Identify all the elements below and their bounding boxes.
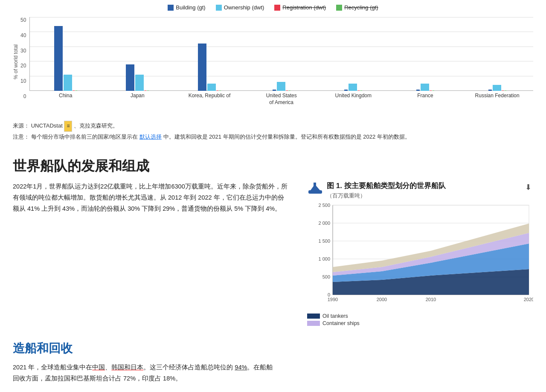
svg-text:2020: 2020 bbox=[524, 297, 533, 302]
svg-text:1 000: 1 000 bbox=[318, 256, 330, 261]
legend-oil-label: Oil tankers bbox=[322, 313, 348, 319]
legend-container-ships: Container ships bbox=[307, 320, 533, 326]
bar-group-korea bbox=[174, 17, 246, 91]
section1-body: 2022年1月，世界船队运力达到22亿载重吨，比上年增加6300万载重吨。近年来… bbox=[13, 181, 290, 214]
svg-text:2 000: 2 000 bbox=[318, 221, 330, 226]
legend-registration-label: Registration (dwt) bbox=[282, 4, 326, 11]
legend-container-box bbox=[307, 321, 320, 326]
bar-chart-section: Building (gt) Ownership (dwt) Registrati… bbox=[13, 0, 533, 117]
x-label-china: China bbox=[29, 91, 102, 109]
svg-text:2 500: 2 500 bbox=[318, 203, 330, 208]
line-chart-svg: 2 500 2 000 1 500 1 000 500 0 1990 2000 … bbox=[307, 203, 533, 310]
bar-korea-building bbox=[198, 44, 206, 91]
legend-oil-tankers: Oil tankers bbox=[307, 313, 533, 319]
svg-text:500: 500 bbox=[322, 274, 330, 279]
chart-legend: Oil tankers Container ships bbox=[307, 313, 533, 326]
x-label-uk: United Kingdom bbox=[317, 91, 389, 109]
x-label-korea: Korea, Republic of bbox=[174, 91, 246, 109]
bar-china-ownership bbox=[64, 75, 72, 91]
line-chart-section: 图 1. 按主要船舶类型划分的世界船队 （百万载重吨） ⬇ bbox=[307, 181, 533, 328]
bar-chart-area: China Japan Korea, Republic of United St… bbox=[29, 15, 533, 109]
note-suffix: 中。建筑和回收是 2021 年期间的估计交付量和拆除量。登记和所有权数据指的是 … bbox=[163, 134, 410, 140]
note-prefix: 注意： bbox=[13, 134, 29, 140]
chart-subtitle: （百万载重吨） bbox=[327, 192, 446, 200]
note-line: 注意： 每个细分市场中排名前三的国家/地区显示在 默认选择 中。建筑和回收是 2… bbox=[13, 132, 533, 142]
note-text: 每个细分市场中排名前三的国家/地区显示在 bbox=[31, 134, 138, 140]
x-labels-row: China Japan Korea, Republic of United St… bbox=[29, 91, 533, 109]
legend-container-label: Container ships bbox=[322, 320, 360, 326]
legend-oil-box bbox=[307, 314, 320, 319]
y-label-30: 30 bbox=[20, 48, 26, 54]
bars-container bbox=[29, 17, 533, 91]
source-suffix: 、克拉克森研究。 bbox=[74, 122, 118, 129]
chart-title-container: 图 1. 按主要船舶类型划分的世界船队 （百万载重吨） bbox=[307, 181, 446, 200]
bar-japan-ownership bbox=[135, 75, 144, 91]
bar-usa-ownership bbox=[277, 82, 285, 91]
y-label-0: 0 bbox=[23, 93, 26, 99]
legend-ownership-label: Ownership (dwt) bbox=[224, 4, 264, 11]
source-icon[interactable]: ≡ bbox=[64, 121, 72, 132]
page-container: Building (gt) Ownership (dwt) Registrati… bbox=[0, 0, 546, 384]
svg-rect-0 bbox=[308, 190, 322, 194]
bar-group-france bbox=[389, 17, 462, 91]
x-label-france: France bbox=[389, 91, 462, 109]
section2-body: 2021 年，全球造船业集中在中国、韩国和日本。这三个经济体占造船总吨位的 94… bbox=[13, 362, 277, 384]
y-axis-labels: 50 40 30 20 10 0 bbox=[20, 15, 29, 109]
china-text: 中国 bbox=[92, 364, 105, 371]
bar-group-china bbox=[29, 17, 102, 91]
chart-title: 图 1. 按主要船舶类型划分的世界船队 bbox=[327, 181, 446, 191]
bar-chart-legend: Building (gt) Ownership (dwt) Registrati… bbox=[13, 4, 533, 11]
section2-container: 造船和回收 2021 年，全球造船业集中在中国、韩国和日本。这三个经济体占造船总… bbox=[13, 340, 533, 384]
svg-text:2010: 2010 bbox=[426, 297, 436, 302]
bar-group-japan bbox=[102, 17, 174, 91]
y-label-40: 40 bbox=[20, 32, 26, 38]
section2-title: 造船和回收 bbox=[13, 340, 533, 357]
pct-text: 94% bbox=[235, 364, 247, 371]
x-label-japan: Japan bbox=[102, 91, 174, 109]
x-label-russia: Russian Federation bbox=[461, 91, 533, 109]
note-link[interactable]: 默认选择 bbox=[139, 134, 162, 140]
legend-registration-box bbox=[274, 5, 280, 11]
y-label-50: 50 bbox=[20, 17, 26, 23]
legend-ownership-box bbox=[216, 5, 222, 11]
y-axis-title: % of world total bbox=[13, 15, 19, 109]
y-label-10: 10 bbox=[20, 78, 26, 84]
svg-rect-2 bbox=[314, 183, 316, 190]
section1-container: 世界船队的发展和组成 2022年1月，世界船队运力达到22亿载重吨，比上年增加6… bbox=[13, 157, 533, 328]
legend-recycling: Recycling (gt) bbox=[336, 4, 378, 11]
legend-recycling-box bbox=[336, 5, 342, 11]
line-chart-box: 图 1. 按主要船舶类型划分的世界船队 （百万载重吨） ⬇ bbox=[307, 181, 533, 326]
legend-building-label: Building (gt) bbox=[176, 4, 205, 11]
svg-text:1 500: 1 500 bbox=[318, 238, 330, 244]
legend-ownership: Ownership (dwt) bbox=[216, 4, 264, 11]
y-label-20: 20 bbox=[20, 63, 26, 69]
bar-group-usa bbox=[245, 17, 317, 91]
legend-recycling-label: Recycling (gt) bbox=[344, 4, 378, 11]
bar-group-uk bbox=[317, 17, 389, 91]
source-line: 来源： UNCTADstat ≡ 、克拉克森研究。 bbox=[13, 121, 533, 132]
x-label-usa: United Statesof America bbox=[245, 91, 317, 109]
legend-building: Building (gt) bbox=[168, 4, 205, 11]
chart-header: 图 1. 按主要船舶类型划分的世界船队 （百万载重吨） ⬇ bbox=[307, 181, 533, 200]
source-unctad: UNCTADstat bbox=[31, 122, 63, 129]
download-button[interactable]: ⬇ bbox=[523, 181, 533, 194]
bar-china-building bbox=[54, 26, 63, 91]
section1-text: 2022年1月，世界船队运力达到22亿载重吨，比上年增加6300万载重吨。近年来… bbox=[13, 181, 290, 214]
section1-title: 世界船队的发展和组成 bbox=[13, 157, 533, 176]
legend-building-box bbox=[168, 5, 174, 11]
bar-chart-wrapper: % of world total 50 40 30 20 10 0 bbox=[13, 15, 533, 109]
source-prefix: 来源： bbox=[13, 122, 29, 129]
svg-text:2000: 2000 bbox=[377, 297, 387, 302]
ship-icon bbox=[307, 181, 323, 197]
korea-text: 韩国和日本 bbox=[111, 364, 143, 371]
bar-france-ownership bbox=[421, 84, 429, 91]
section1-content: 2022年1月，世界船队运力达到22亿载重吨，比上年增加6300万载重吨。近年来… bbox=[13, 181, 533, 328]
svg-text:1990: 1990 bbox=[328, 297, 338, 302]
chart-title-text: 图 1. 按主要船舶类型划分的世界船队 （百万载重吨） bbox=[327, 181, 446, 200]
legend-registration: Registration (dwt) bbox=[274, 4, 326, 11]
bar-group-russia bbox=[461, 17, 533, 91]
bar-uk-ownership bbox=[349, 84, 357, 91]
bar-japan-building bbox=[126, 64, 134, 91]
bar-russia-ownership bbox=[493, 85, 501, 91]
source-notes: 来源： UNCTADstat ≡ 、克拉克森研究。 注意： 每个细分市场中排名前… bbox=[13, 117, 533, 148]
